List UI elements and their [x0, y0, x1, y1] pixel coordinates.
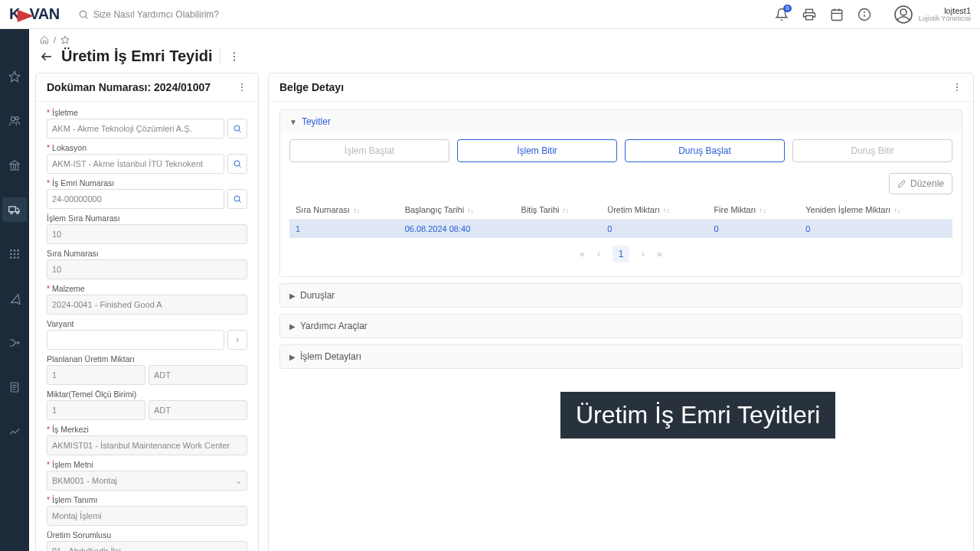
nav-finance[interactable]: [2, 153, 27, 178]
detail-card: Belge Detayı ▼Teyitler İşlem Başlat İşle…: [268, 73, 974, 551]
table-row[interactable]: 1 06.08.2024 08:40 0 0 0: [289, 220, 952, 239]
field-label: Planlanan Üretim Miktarı: [47, 354, 135, 364]
isletme-input[interactable]: AKM - Akme Teknoloji Çözümleri A.Ş.: [47, 119, 224, 139]
section-label: Yardımcı Araçlar: [300, 321, 368, 331]
varyant-expand[interactable]: ›: [227, 330, 247, 350]
col-baslangic[interactable]: Başlangıç Tarihi↑↓: [399, 201, 515, 220]
cell-fire: 0: [707, 220, 799, 239]
truck-icon: [8, 204, 21, 216]
search-icon: [78, 9, 89, 20]
svg-point-53: [956, 90, 958, 91]
home-icon: [40, 35, 49, 44]
user-avatar-icon[interactable]: [894, 5, 913, 24]
sort-icon: ↑↓: [893, 207, 900, 214]
page-title: Üretim İş Emri Teyidi: [61, 47, 212, 65]
lokasyon-lookup[interactable]: [227, 154, 247, 174]
pager-current[interactable]: 1: [612, 246, 629, 262]
info-button[interactable]: [858, 8, 871, 21]
calendar-button[interactable]: [830, 8, 844, 21]
svg-line-1: [85, 16, 87, 18]
pager-last[interactable]: »: [657, 249, 662, 259]
svg-point-24: [10, 249, 12, 252]
print-button[interactable]: [802, 8, 816, 21]
col-bitis[interactable]: Bitiş Tarihi↑↓: [515, 201, 602, 220]
svg-point-28: [14, 253, 16, 256]
nav-documents[interactable]: [2, 375, 27, 399]
nav-people[interactable]: [2, 109, 27, 133]
grid-icon: [8, 248, 21, 260]
section-islemdetay-toggle[interactable]: ▶İşlem Detayları: [280, 345, 962, 368]
varyant-input[interactable]: [47, 330, 224, 350]
arrow-left-icon: [40, 50, 54, 64]
svg-point-44: [241, 90, 243, 91]
durus-baslat-button[interactable]: Duruş Başlat: [625, 139, 785, 162]
col-yeniden[interactable]: Yeniden İşleme Miktarı↑↓: [799, 201, 952, 220]
cell-baslangic: 06.08.2024 08:40: [399, 220, 515, 239]
breadcrumb-home[interactable]: [40, 35, 49, 44]
chevron-right-icon: ▶: [289, 322, 296, 331]
svg-point-47: [234, 161, 240, 166]
planmiktar-input: 1: [47, 365, 145, 385]
page-menu-button[interactable]: [228, 51, 240, 63]
svg-point-29: [17, 253, 19, 256]
nav-flights[interactable]: [2, 286, 27, 311]
pager-first[interactable]: «: [580, 249, 585, 259]
notifications-button[interactable]: 0: [775, 8, 789, 21]
field-label: Malzeme: [52, 284, 85, 293]
brand-logo[interactable]: K▶VAN: [9, 5, 60, 24]
islem-bitir-button[interactable]: İşlem Bitir: [457, 139, 617, 162]
svg-point-32: [17, 256, 19, 259]
chart-icon: [8, 425, 21, 438]
printer-icon: [802, 8, 816, 21]
field-label: İşlem Metni: [52, 460, 93, 469]
pager-prev[interactable]: ‹: [597, 249, 600, 259]
malzeme-input: 2024-0041 - Finished Good A: [47, 295, 247, 315]
islem-baslat-button[interactable]: İşlem Başlat: [289, 139, 449, 162]
nav-apps[interactable]: [2, 242, 27, 266]
svg-point-14: [11, 117, 15, 121]
nav-integrations[interactable]: [2, 331, 27, 355]
nav-analytics[interactable]: [2, 419, 27, 444]
detail-card-menu[interactable]: [952, 82, 962, 93]
lokasyon-input[interactable]: AKM-IST - Akme İstanbul İTÜ Teknokent: [47, 154, 224, 174]
svg-line-46: [239, 130, 240, 132]
document-icon: [8, 381, 21, 393]
chevron-right-icon: ›: [236, 334, 239, 345]
more-vertical-icon: [952, 82, 962, 93]
field-label: Miktar(Temel Ölçü Birimi): [47, 390, 136, 399]
svg-point-40: [234, 55, 235, 57]
ismerkezi-input: AKMIST01 - İstanbul Maintenance Work Cen…: [47, 435, 247, 455]
nav-favorites[interactable]: [2, 64, 27, 89]
calendar-icon: [830, 8, 844, 21]
section-teyitler-toggle[interactable]: ▼Teyitler: [280, 110, 962, 133]
col-uretim[interactable]: Üretim Miktarı↑↓: [601, 201, 707, 220]
durus-bitir-button[interactable]: Duruş Bitir: [792, 139, 952, 162]
edit-button[interactable]: Düzenle: [889, 173, 952, 194]
svg-line-48: [239, 165, 240, 167]
section-duruslar-toggle[interactable]: ▶Duruşlar: [280, 284, 962, 307]
pager-next[interactable]: ›: [642, 249, 645, 259]
document-card-title: Doküman Numarası: 2024/01007: [47, 81, 211, 93]
pencil-icon: [897, 179, 906, 188]
breadcrumb-favorite[interactable]: [60, 35, 70, 44]
isletme-lookup[interactable]: [227, 119, 247, 139]
nav-logistics[interactable]: [2, 197, 27, 222]
islemsira-input: 10: [47, 224, 247, 244]
back-button[interactable]: [40, 50, 54, 64]
cell-uretim: 0: [601, 220, 707, 239]
overlay-title: Üretim İş Emri Teyitleri: [560, 392, 835, 439]
global-search[interactable]: Size Nasıl Yardımcı Olabilirim?: [78, 9, 775, 20]
col-sira[interactable]: Sıra Numarası↑↓: [289, 201, 399, 220]
sorumlu-select[interactable]: 01 - Abdulkadir İlci⌄: [47, 541, 247, 551]
isemri-input[interactable]: 24-00000000: [47, 189, 224, 209]
islemmetni-select[interactable]: BKM001 - Montaj⌄: [47, 471, 247, 491]
document-card-menu[interactable]: [237, 82, 247, 93]
section-yardimci-toggle[interactable]: ▶Yardımcı Araçlar: [280, 315, 962, 337]
col-fire[interactable]: Fire Miktarı↑↓: [707, 201, 799, 220]
svg-point-30: [10, 256, 12, 259]
svg-point-31: [14, 256, 16, 259]
section-label: Teyitler: [302, 116, 331, 127]
svg-rect-2: [805, 9, 812, 13]
svg-point-45: [234, 126, 240, 131]
isemri-lookup[interactable]: [227, 189, 247, 209]
